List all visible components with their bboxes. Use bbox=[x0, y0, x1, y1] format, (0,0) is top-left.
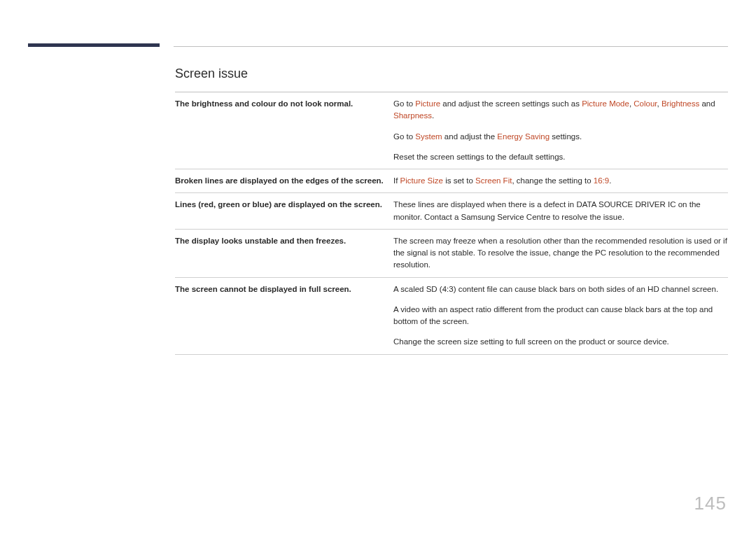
table-row: Go to System and adjust the Energy Savin… bbox=[175, 128, 728, 148]
top-rule bbox=[174, 46, 728, 47]
solution-text: Change the screen size setting to full s… bbox=[393, 337, 669, 346]
highlighted-term: Picture bbox=[415, 99, 440, 108]
highlighted-term: Picture Mode bbox=[582, 99, 629, 108]
troubleshooting-table: The brightness and colour do not look no… bbox=[175, 92, 728, 355]
highlighted-term: 16:9 bbox=[594, 176, 609, 185]
solution-cell: Reset the screen settings to the default… bbox=[393, 148, 728, 169]
solution-text: settings. bbox=[550, 132, 582, 141]
highlighted-term: System bbox=[415, 132, 442, 141]
solution-text: Reset the screen settings to the default… bbox=[393, 153, 565, 161]
accent-bar bbox=[28, 43, 160, 47]
solution-text: These lines are displayed when there is … bbox=[393, 200, 701, 220]
solution-text: A scaled SD (4:3) content file can cause… bbox=[393, 285, 718, 293]
solution-text: and adjust the bbox=[442, 132, 498, 141]
table-row: Broken lines are displayed on the edges … bbox=[175, 169, 728, 193]
issue-cell: Lines (red, green or blue) are displayed… bbox=[175, 193, 393, 230]
issue-cell: The screen cannot be displayed in full s… bbox=[175, 277, 393, 301]
table-body: The brightness and colour do not look no… bbox=[175, 92, 728, 355]
issue-cell: The display looks unstable and then free… bbox=[175, 229, 393, 277]
page-number: 145 bbox=[694, 493, 727, 514]
issue-cell bbox=[175, 333, 393, 354]
solution-text: The screen may freeze when a resolution … bbox=[393, 237, 727, 269]
solution-text: and adjust the screen settings such as bbox=[440, 99, 582, 108]
solution-cell: Go to Picture and adjust the screen sett… bbox=[393, 92, 728, 128]
solution-text: and bbox=[699, 99, 715, 108]
solution-cell: These lines are displayed when there is … bbox=[393, 193, 728, 230]
table-row: The brightness and colour do not look no… bbox=[175, 92, 728, 128]
highlighted-term: Brightness bbox=[662, 99, 699, 108]
solution-text: . bbox=[609, 176, 611, 185]
section-title: Screen issue bbox=[175, 66, 248, 81]
solution-text: Go to bbox=[393, 99, 415, 108]
table-row: Reset the screen settings to the default… bbox=[175, 148, 728, 169]
solution-text: , change the setting to bbox=[512, 176, 593, 185]
solution-cell: A scaled SD (4:3) content file can cause… bbox=[393, 277, 728, 301]
issue-cell: The brightness and colour do not look no… bbox=[175, 92, 393, 128]
highlighted-term: Screen Fit bbox=[475, 176, 512, 185]
issue-cell bbox=[175, 301, 393, 334]
highlighted-term: Colour bbox=[634, 99, 657, 108]
solution-cell: Change the screen size setting to full s… bbox=[393, 333, 728, 354]
table-row: The screen cannot be displayed in full s… bbox=[175, 277, 728, 301]
solution-text: Go to bbox=[393, 132, 415, 141]
table-row: Change the screen size setting to full s… bbox=[175, 333, 728, 354]
highlighted-term: Energy Saving bbox=[497, 132, 550, 141]
issue-cell bbox=[175, 128, 393, 148]
highlighted-term: Sharpness bbox=[393, 111, 432, 120]
table-row: The display looks unstable and then free… bbox=[175, 229, 728, 277]
solution-text: . bbox=[432, 111, 434, 120]
solution-cell: A video with an aspect ratio different f… bbox=[393, 301, 728, 334]
solution-cell: The screen may freeze when a resolution … bbox=[393, 229, 728, 277]
solution-text: If bbox=[393, 176, 400, 185]
issue-cell: Broken lines are displayed on the edges … bbox=[175, 169, 393, 193]
table-row: A video with an aspect ratio different f… bbox=[175, 301, 728, 334]
highlighted-term: Picture Size bbox=[400, 176, 443, 185]
solution-text: A video with an aspect ratio different f… bbox=[393, 305, 713, 325]
issue-cell bbox=[175, 148, 393, 169]
table-row: Lines (red, green or blue) are displayed… bbox=[175, 193, 728, 230]
solution-cell: Go to System and adjust the Energy Savin… bbox=[393, 128, 728, 148]
solution-text: is set to bbox=[443, 176, 475, 185]
solution-cell: If Picture Size is set to Screen Fit, ch… bbox=[393, 169, 728, 193]
manual-page: Screen issue The brightness and colour d… bbox=[0, 0, 756, 534]
